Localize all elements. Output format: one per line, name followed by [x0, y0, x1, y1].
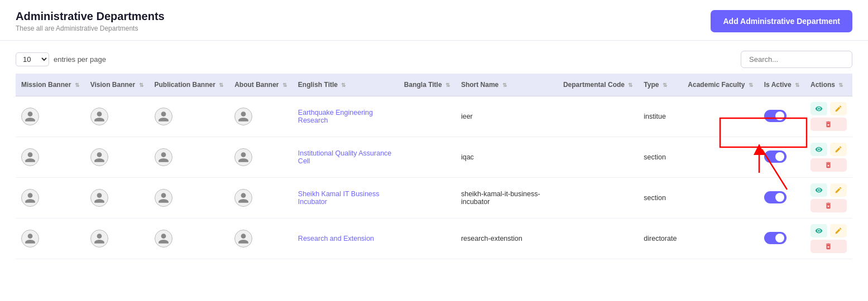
- departmental-code: [558, 219, 638, 259]
- bangla-title: [399, 219, 455, 259]
- col-type: Type ⇅: [638, 74, 682, 96]
- mission-banner-avatar: [21, 230, 39, 247]
- type: section: [638, 137, 682, 178]
- col-about-banner: About Banner ⇅: [229, 74, 292, 96]
- col-short-name: Short Name ⇅: [455, 74, 558, 96]
- entries-per-page-label: entries per page: [54, 55, 106, 64]
- mission-banner-avatar: [21, 108, 39, 125]
- vision-banner-avatar: [90, 148, 108, 166]
- entries-per-page-select[interactable]: 10 25 50 100: [16, 52, 49, 66]
- view-button[interactable]: [811, 224, 827, 237]
- edit-button[interactable]: [830, 143, 847, 156]
- vision-banner-avatar: [90, 189, 108, 207]
- col-english-title: English Title ⇅: [292, 74, 399, 96]
- is-active-toggle[interactable]: [764, 191, 787, 203]
- english-title: Institutional Quality Assurance Cell: [298, 149, 391, 165]
- publication-banner-avatar: [155, 230, 172, 247]
- action-buttons: [811, 143, 847, 172]
- col-actions: Actions ⇅: [805, 74, 852, 96]
- col-departmental-code: Departmental Code ⇅: [558, 74, 638, 96]
- mission-banner-avatar: [21, 148, 39, 166]
- col-vision-banner: Vision Banner ⇅: [85, 74, 149, 96]
- delete-button[interactable]: [811, 240, 847, 253]
- publication-banner-avatar: [155, 148, 172, 166]
- bangla-title: [399, 137, 455, 178]
- about-banner-avatar: [234, 148, 252, 166]
- action-buttons: [811, 102, 847, 131]
- departmental-code: [558, 137, 638, 178]
- view-button[interactable]: [811, 143, 827, 156]
- page-title: Administrative Departments: [16, 10, 165, 23]
- about-banner-avatar: [234, 230, 252, 247]
- page-subtitle: These all are Administrative Departments: [16, 25, 165, 32]
- mission-banner-avatar: [21, 189, 39, 207]
- col-is-active: Is Active ⇅: [759, 74, 805, 96]
- type: section: [638, 178, 682, 219]
- bangla-title: [399, 178, 455, 219]
- short-name: research-extenstion: [455, 219, 558, 259]
- delete-button[interactable]: [811, 199, 847, 212]
- delete-button[interactable]: [811, 118, 847, 131]
- academic-faculty: [682, 178, 758, 219]
- type: institue: [638, 96, 682, 137]
- delete-button[interactable]: [811, 158, 847, 172]
- edit-button[interactable]: [830, 224, 847, 237]
- search-input[interactable]: [741, 51, 852, 68]
- publication-banner-avatar: [155, 189, 172, 207]
- col-academic-faculty: Academic Faculty ⇅: [682, 74, 758, 96]
- view-button[interactable]: [811, 183, 827, 197]
- short-name: sheikh-kamal-it-business-incubator: [455, 178, 558, 219]
- table-row: Research and Extensionresearch-extenstio…: [16, 219, 852, 259]
- is-active-toggle[interactable]: [764, 151, 787, 163]
- bangla-title: [399, 96, 455, 137]
- english-title: Sheikh Kamal IT Business Incubator: [298, 190, 380, 206]
- table-row: Institutional Quality Assurance Celliqac…: [16, 137, 852, 178]
- table-row: Sheikh Kamal IT Business Incubatorsheikh…: [16, 178, 852, 219]
- about-banner-avatar: [234, 189, 252, 207]
- table-row: Earthquake Engineering Researchieerinsti…: [16, 96, 852, 137]
- vision-banner-avatar: [90, 230, 108, 247]
- departmental-code: [558, 178, 638, 219]
- departmental-code: [558, 96, 638, 137]
- english-title: Earthquake Engineering Research: [298, 109, 373, 124]
- academic-faculty: [682, 137, 758, 178]
- col-bangla-title: Bangla Title ⇅: [399, 74, 455, 96]
- is-active-toggle[interactable]: [764, 232, 787, 244]
- academic-faculty: [682, 96, 758, 137]
- type: directorate: [638, 219, 682, 259]
- english-title: Research and Extension: [298, 235, 374, 242]
- short-name: ieer: [455, 96, 558, 137]
- action-buttons: [811, 224, 847, 253]
- about-banner-avatar: [234, 108, 252, 125]
- publication-banner-avatar: [155, 108, 172, 125]
- short-name: iqac: [455, 137, 558, 178]
- academic-faculty: [682, 219, 758, 259]
- vision-banner-avatar: [90, 108, 108, 125]
- col-publication-banner: Publication Banner ⇅: [149, 74, 229, 96]
- col-mission-banner: Mission Banner ⇅: [16, 74, 85, 96]
- action-buttons: [811, 183, 847, 212]
- view-button[interactable]: [811, 102, 827, 115]
- add-department-button[interactable]: Add Administrative Department: [711, 10, 852, 32]
- edit-button[interactable]: [830, 183, 847, 197]
- departments-table: Mission Banner ⇅ Vision Banner ⇅ Publica…: [16, 74, 852, 259]
- is-active-toggle[interactable]: [764, 110, 787, 122]
- edit-button[interactable]: [830, 102, 847, 115]
